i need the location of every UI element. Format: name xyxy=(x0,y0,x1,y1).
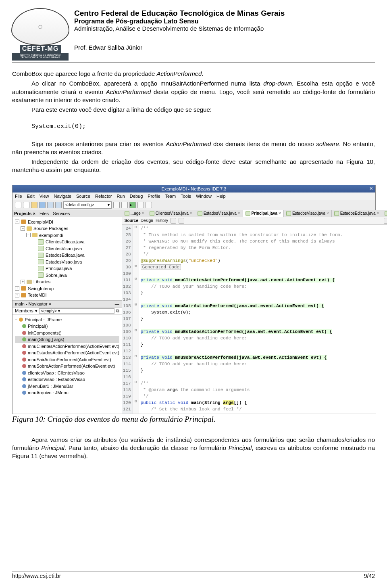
minimize-icon[interactable]: — xyxy=(115,301,119,306)
config-combobox[interactable]: <default config>▾ xyxy=(63,201,112,209)
menu-item[interactable]: Profile xyxy=(148,194,160,199)
fold-marker[interactable] xyxy=(133,231,139,238)
navigator-node[interactable]: mnuSobreActionPerformed(ActionEvent evt) xyxy=(15,363,119,370)
tree-node[interactable]: Principal.java xyxy=(15,265,119,272)
fold-marker[interactable]: ⊞ xyxy=(133,264,139,270)
redo-icon[interactable] xyxy=(55,202,62,208)
tab-source[interactable]: Source xyxy=(125,218,138,223)
tree-node[interactable]: +SwingInterop xyxy=(15,285,119,292)
debug-icon[interactable] xyxy=(137,202,144,208)
tree-node[interactable]: ClientesEdicao.java xyxy=(15,239,119,245)
fold-marker[interactable] xyxy=(133,251,139,257)
fold-marker[interactable] xyxy=(133,347,139,354)
fold-marker[interactable] xyxy=(133,296,139,302)
menu-item[interactable]: Window xyxy=(196,194,212,199)
expand-icon[interactable]: − xyxy=(26,233,31,237)
editor-tab[interactable]: EstadosVisao.java× xyxy=(195,210,243,217)
build-icon[interactable] xyxy=(113,202,120,208)
editor-tab[interactable]: EstadosEdicao.java× xyxy=(332,210,382,217)
menu-item[interactable]: View xyxy=(40,194,49,199)
navigator-node[interactable]: initComponents() xyxy=(15,330,119,337)
fold-marker[interactable]: ⊟ xyxy=(133,276,139,283)
menu-item[interactable]: Run xyxy=(117,194,125,199)
tree-node[interactable]: Sobre.java xyxy=(15,272,119,279)
editor-tab[interactable]: Principal.java× xyxy=(243,210,284,217)
nav-fwd-icon[interactable] xyxy=(179,218,184,224)
menu-item[interactable]: File xyxy=(15,194,22,199)
tab-projects[interactable]: Projects × xyxy=(14,211,35,216)
chevron-down-icon[interactable]: ▾ xyxy=(35,308,37,314)
tree-node[interactable]: −Source Packages xyxy=(15,225,119,232)
navigator-node[interactable]: main(String[] args) xyxy=(15,336,119,343)
fold-marker[interactable]: ⊟ xyxy=(133,354,139,360)
menu-item[interactable]: Tools xyxy=(181,194,191,199)
tab-history[interactable]: History xyxy=(156,218,168,223)
navigator-node[interactable]: Principal() xyxy=(15,323,119,330)
fold-marker[interactable] xyxy=(133,244,139,251)
fold-marker[interactable] xyxy=(133,309,139,315)
close-tab-icon[interactable]: × xyxy=(377,211,379,216)
expand-icon[interactable]: + xyxy=(15,286,19,291)
navigator-node[interactable]: −Principal :: JFrame xyxy=(15,316,119,323)
menu-item[interactable]: Refactor xyxy=(95,194,112,199)
fold-marker[interactable]: ⊟ xyxy=(133,380,139,386)
fold-marker[interactable] xyxy=(133,367,139,373)
fold-marker[interactable] xyxy=(133,406,139,412)
tab-design[interactable]: Design xyxy=(141,218,153,223)
fold-marker[interactable] xyxy=(133,257,139,264)
navigator-node[interactable]: estadosVisao : EstadosVisao xyxy=(15,376,119,383)
expand-icon[interactable]: − xyxy=(21,226,25,231)
editor-tab[interactable]: ...age× xyxy=(122,210,147,217)
fold-marker[interactable] xyxy=(133,322,139,328)
new-project-icon[interactable] xyxy=(23,202,29,208)
undo-icon[interactable] xyxy=(47,202,54,208)
tree-node[interactable]: ClientesVisao.java xyxy=(15,245,119,252)
navigator-node[interactable]: mnuClientesActionPerformed(ActionEvent e… xyxy=(15,343,119,350)
filter-empty-combo[interactable]: <empty> ▾ xyxy=(39,308,114,314)
expand-icon[interactable]: − xyxy=(15,220,19,224)
menu-item[interactable]: Edit xyxy=(27,194,35,199)
fold-marker[interactable]: ⊟ xyxy=(133,399,139,406)
editor-tab[interactable]: EstadosVisao.java× xyxy=(284,210,332,217)
fold-marker[interactable] xyxy=(133,373,139,380)
run-icon[interactable]: ▸ xyxy=(129,202,136,208)
fold-marker[interactable]: ⊟ xyxy=(133,302,139,309)
menu-item[interactable]: Source xyxy=(76,194,90,199)
expand-icon[interactable]: − xyxy=(15,316,17,323)
close-tab-icon[interactable]: × xyxy=(327,211,329,216)
save-all-icon[interactable] xyxy=(39,202,46,208)
code-area[interactable]: /** * This method is called from within … xyxy=(139,225,345,414)
new-file-icon[interactable] xyxy=(15,202,21,208)
close-icon[interactable]: ✕ xyxy=(369,186,373,191)
navigator-node[interactable]: mnuArquivo : JMenu xyxy=(15,389,119,396)
menu-item[interactable]: Navigate xyxy=(54,194,71,199)
tree-node[interactable]: +TesteMDI xyxy=(15,292,119,299)
toolbar-icon[interactable] xyxy=(384,218,387,224)
tab-files[interactable]: Files xyxy=(40,211,49,216)
fold-marker[interactable] xyxy=(133,283,139,289)
fold-marker[interactable] xyxy=(133,289,139,296)
tree-node[interactable]: +Libraries xyxy=(15,278,119,285)
fold-marker[interactable]: ⊟ xyxy=(133,328,139,335)
profile-icon[interactable] xyxy=(146,202,152,208)
tab-services[interactable]: Services xyxy=(53,211,70,216)
fold-marker[interactable]: ⊟ xyxy=(133,225,139,231)
tree-node[interactable]: −ExemploMDI xyxy=(15,219,119,226)
tree-node[interactable]: −exemplomdi xyxy=(15,232,119,239)
menu-item[interactable]: Help xyxy=(216,194,226,199)
fold-marker[interactable] xyxy=(133,386,139,393)
tree-node[interactable]: EstadosVisao.java xyxy=(15,259,119,266)
navigator-node[interactable]: mnuSairActionPerformed(ActionEvent evt) xyxy=(15,356,119,363)
tree-node[interactable]: EstadosEdicao.java xyxy=(15,252,119,259)
menu-item[interactable]: Team xyxy=(165,194,176,199)
close-tab-icon[interactable]: × xyxy=(190,211,192,216)
navigator-node[interactable]: jMenuBar1 : JMenuBar xyxy=(15,383,119,390)
fold-marker[interactable] xyxy=(133,335,139,341)
expand-icon[interactable]: + xyxy=(21,280,25,284)
clean-build-icon[interactable] xyxy=(121,202,128,208)
navigator-node[interactable]: clientesVisao : ClientesVisao xyxy=(15,370,119,377)
minimize-icon[interactable]: — xyxy=(116,211,120,216)
nav-back-icon[interactable] xyxy=(171,218,176,224)
editor-tab[interactable]: ClientesEdicao.java× xyxy=(382,210,387,217)
fold-marker[interactable] xyxy=(133,393,139,399)
